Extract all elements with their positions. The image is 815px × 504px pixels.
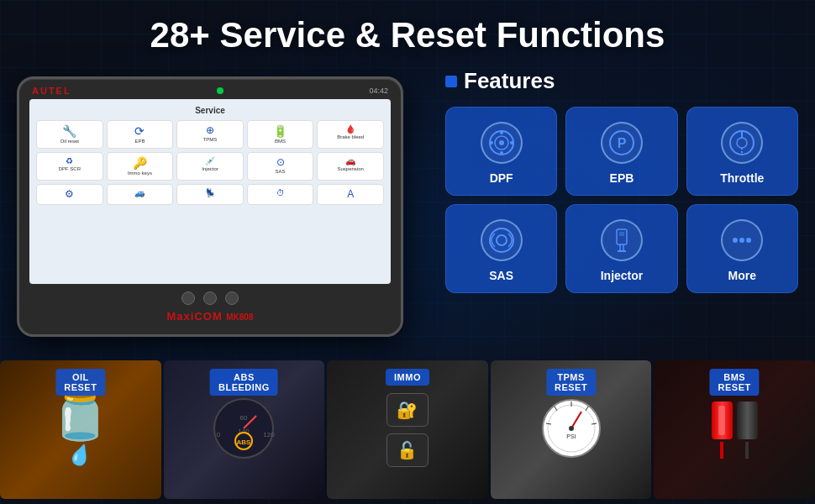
injector-icon-wrap	[600, 218, 644, 262]
screen-icon: 🔑	[109, 156, 171, 170]
feature-card-injector: Injector	[565, 204, 677, 293]
lock-icon: 🔐	[397, 400, 418, 420]
svg-text:P: P	[618, 136, 627, 150]
sas-icon	[486, 225, 517, 255]
svg-text:PSI: PSI	[566, 433, 576, 439]
svg-point-14	[497, 235, 507, 245]
abs-visual: 60 0 120 140 ABS	[210, 395, 277, 465]
device-mockup: AUTEL 04:42 Service 🔧 Oil reset ⟳ EPB	[17, 76, 403, 337]
svg-rect-16	[619, 232, 624, 236]
feature-label-sas: SAS	[455, 269, 548, 282]
screen-item: 💺	[176, 184, 244, 205]
screen-label: DPF SCR	[39, 166, 101, 172]
strip-item-bms: BMSRESET	[654, 360, 815, 499]
strip-item-abs: 60 0 120 140 ABS ABSBLEEDING	[164, 360, 325, 499]
oil-icon: 🫙	[51, 393, 109, 439]
screen-item: ⚙	[36, 184, 103, 205]
strip-item-oil: 🫙 💧 OILRESET	[0, 360, 161, 499]
tpms-visual: PSI	[538, 395, 605, 465]
screen-label: Oil reset	[39, 139, 101, 144]
screen-title: Service	[36, 106, 384, 115]
device-bottom: MaxiCOM MK808	[19, 284, 401, 327]
device-screen: Service 🔧 Oil reset ⟳ EPB ⊕ TPMS	[29, 99, 391, 284]
middle-section: AUTEL 04:42 Service 🔧 Oil reset ⟳ EPB	[0, 68, 815, 354]
screen-item: 🔑 Immo keys	[107, 152, 174, 181]
svg-rect-15	[617, 229, 627, 244]
svg-text:ABS: ABS	[237, 438, 252, 446]
epb-icon: P	[607, 128, 637, 158]
screen-label: Immo keys	[109, 171, 171, 176]
svg-point-18	[739, 238, 744, 243]
feature-card-throttle: Throttle	[686, 107, 798, 196]
screen-label: Brake bleed	[319, 134, 381, 140]
throttle-icon	[727, 128, 757, 158]
device-model-badge: MK808	[226, 312, 253, 322]
screen-icon: A	[319, 188, 381, 200]
strip-label-tpms: TPMSRESET	[546, 369, 596, 396]
black-clamp	[737, 402, 758, 459]
red-wire	[720, 442, 723, 459]
strip-item-immo: 🔐 🔓 IMMO	[327, 360, 488, 499]
features-header: Features	[445, 68, 798, 94]
svg-point-13	[490, 228, 513, 252]
screen-label: BMS	[250, 139, 312, 144]
screen-icon: ⊙	[250, 156, 312, 168]
screen-item: 💉 Injector	[176, 152, 244, 181]
svg-point-6	[510, 141, 513, 144]
immo-visual: 🔐 🔓	[386, 393, 429, 467]
bms-visual	[712, 402, 758, 459]
dpf-icon	[486, 128, 517, 158]
svg-point-5	[490, 141, 493, 144]
injector-icon	[607, 225, 637, 255]
bottom-strip: 🫙 💧 OILRESET 60 0 120 140	[0, 360, 815, 499]
feature-label-injector: Injector	[575, 269, 668, 282]
clamp-highlight	[718, 406, 725, 435]
main-title: 28+ Service & Reset Functions	[0, 0, 815, 64]
svg-point-3	[500, 131, 503, 134]
screen-icon: ⟳	[109, 124, 171, 138]
battery-clamps	[712, 402, 758, 459]
immo-buttons: 🔐 🔓	[386, 393, 429, 467]
screen-label: SAS	[250, 169, 312, 175]
nav-button-back[interactable]	[181, 291, 195, 305]
unlock-icon: 🔓	[397, 440, 418, 460]
screen-item: ♻ DPF SCR	[36, 152, 103, 181]
device-brand-text: MaxiCOM	[167, 310, 223, 323]
nav-button-home[interactable]	[203, 291, 217, 305]
more-icon-circle	[721, 219, 763, 261]
screen-icon: 💺	[179, 188, 241, 197]
screen-icon: 💉	[179, 156, 241, 165]
nav-button-menu[interactable]	[225, 291, 239, 305]
sas-icon-circle	[481, 219, 523, 261]
svg-point-19	[746, 238, 751, 243]
svg-text:0: 0	[217, 431, 221, 438]
red-clamp-body	[712, 402, 733, 439]
device-time: 04:42	[369, 87, 388, 95]
dpf-icon-circle	[481, 122, 523, 164]
svg-text:60: 60	[240, 414, 248, 422]
sas-icon-wrap	[480, 218, 523, 262]
injector-icon-circle	[601, 219, 643, 261]
screen-icon: 🚙	[109, 188, 171, 197]
epb-icon-circle: P	[601, 122, 643, 164]
device-nav	[19, 291, 401, 305]
screen-grid: 🔧 Oil reset ⟳ EPB ⊕ TPMS 🔋	[36, 120, 384, 205]
device-area: AUTEL 04:42 Service 🔧 Oil reset ⟳ EPB	[17, 68, 429, 354]
features-grid: DPF P EPB	[445, 107, 798, 293]
svg-point-17	[733, 238, 738, 243]
red-clamp	[712, 402, 733, 459]
strip-label-bms: BMSRESET	[710, 369, 760, 396]
screen-item: ⊕ TPMS	[176, 120, 244, 149]
device-brand-label: MaxiCOM MK808	[19, 308, 401, 323]
screen-label: TPMS	[179, 137, 241, 143]
features-title: Features	[464, 68, 555, 94]
screen-icon: 🩸	[319, 124, 381, 134]
features-dot	[445, 76, 457, 87]
strip-label-oil: OILRESET	[55, 369, 105, 396]
more-icon	[727, 225, 757, 255]
strip-item-tpms: PSI TPMSRESET	[491, 360, 652, 499]
throttle-icon-circle	[721, 122, 763, 164]
screen-item: ⟳ EPB	[107, 120, 174, 149]
feature-card-more: More	[686, 204, 798, 293]
tpms-gauge-icon: PSI	[538, 395, 605, 462]
